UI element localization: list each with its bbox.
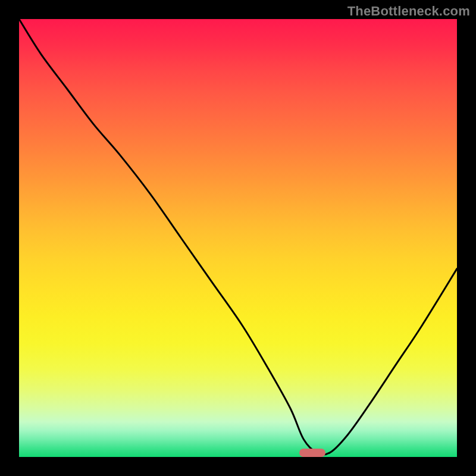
optimal-marker — [299, 449, 325, 457]
bottleneck-curve-svg — [19, 19, 457, 457]
bottleneck-curve-path — [19, 19, 457, 455]
watermark-label: TheBottleneck.com — [347, 4, 470, 19]
plot-area — [19, 19, 457, 457]
chart-container: TheBottleneck.com — [0, 0, 476, 476]
